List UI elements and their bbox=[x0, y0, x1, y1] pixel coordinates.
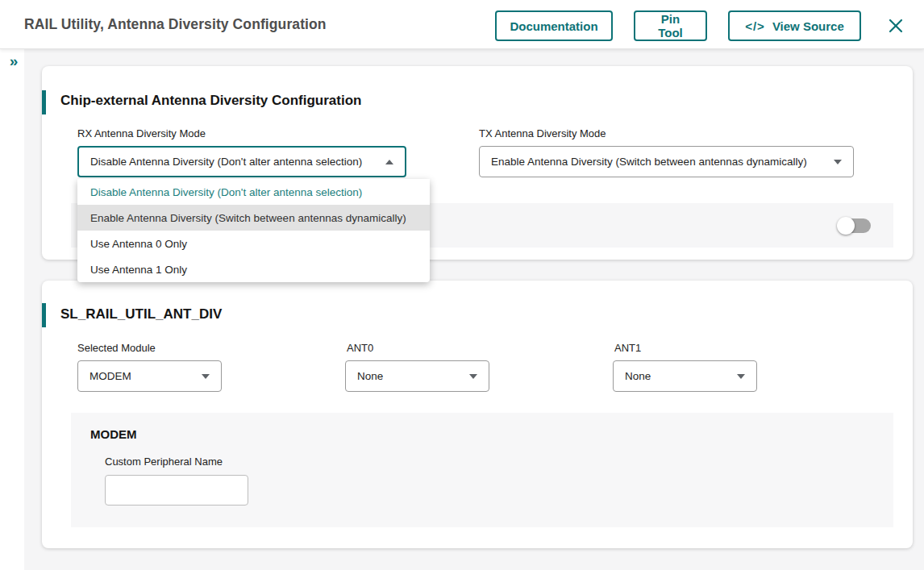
tx-antenna-diversity-mode-label: TX Antenna Diversity Mode bbox=[479, 127, 606, 139]
card-title: Chip-external Antenna Diversity Configur… bbox=[60, 93, 361, 109]
selected-module-select[interactable]: MODEM bbox=[77, 360, 222, 392]
tx-antenna-diversity-mode-select[interactable]: Enable Antenna Diversity (Switch between… bbox=[479, 146, 854, 177]
page-title: RAIL Utility, Antenna Diversity Configur… bbox=[24, 0, 327, 49]
modem-section-title: MODEM bbox=[90, 427, 137, 441]
rx-antenna-diversity-mode-label: RX Antenna Diversity Mode bbox=[77, 127, 206, 139]
ant1-value: None bbox=[625, 370, 729, 382]
custom-peripheral-name-input[interactable] bbox=[105, 475, 248, 506]
ant1-select[interactable]: None bbox=[613, 360, 757, 392]
card-title: SL_RAIL_UTIL_ANT_DIV bbox=[60, 306, 222, 322]
expand-sidebar-icon[interactable]: » bbox=[5, 52, 23, 71]
selected-module-label: Selected Module bbox=[77, 342, 156, 354]
view-source-button-label: View Source bbox=[772, 19, 844, 33]
menu-item-use-antenna-1-only[interactable]: Use Antenna 1 Only bbox=[77, 256, 430, 282]
selected-module-value: MODEM bbox=[89, 370, 194, 382]
menu-item-disable-antenna-diversity[interactable]: Disable Antenna Diversity (Don't alter a… bbox=[77, 179, 430, 205]
caret-down-icon bbox=[202, 374, 210, 379]
caret-down-icon bbox=[469, 374, 477, 379]
toggle-knob bbox=[837, 217, 855, 235]
menu-item-use-antenna-0-only[interactable]: Use Antenna 0 Only bbox=[77, 231, 430, 256]
caret-down-icon bbox=[834, 160, 842, 164]
ant1-label: ANT1 bbox=[614, 342, 641, 354]
documentation-button[interactable]: Documentation bbox=[495, 10, 613, 41]
rail-utility-config-window: » Chip-external Antenna Diversity Config… bbox=[0, 0, 924, 570]
rx-mode-dropdown-menu: Disable Antenna Diversity (Don't alter a… bbox=[77, 179, 430, 282]
custom-peripheral-name-label: Custom Peripheral Name bbox=[105, 456, 223, 468]
view-source-button[interactable]: </> View Source bbox=[728, 10, 861, 41]
sl-rail-util-ant-div-card: SL_RAIL_UTIL_ANT_DIV Selected Module MOD… bbox=[42, 281, 913, 548]
window-header: RAIL Utility, Antenna Diversity Configur… bbox=[0, 0, 924, 49]
menu-item-enable-antenna-diversity[interactable]: Enable Antenna Diversity (Switch between… bbox=[77, 205, 430, 231]
tx-select-value: Enable Antenna Diversity (Switch between… bbox=[491, 156, 826, 168]
close-button[interactable] bbox=[885, 15, 906, 36]
ant0-select[interactable]: None bbox=[345, 360, 489, 392]
pin-tool-button-label: Pin Tool bbox=[648, 12, 693, 40]
caret-down-icon bbox=[737, 374, 745, 379]
rx-select-value: Disable Antenna Diversity (Don't alter a… bbox=[90, 156, 377, 168]
card-accent-bar bbox=[42, 303, 46, 327]
ant0-label: ANT0 bbox=[347, 342, 373, 354]
code-icon: </> bbox=[745, 19, 765, 33]
antenna-diversity-toggle[interactable] bbox=[842, 218, 871, 233]
ant0-value: None bbox=[357, 370, 461, 382]
pin-tool-button[interactable]: Pin Tool bbox=[634, 10, 707, 41]
caret-up-icon bbox=[385, 160, 393, 164]
modem-section: MODEM Custom Peripheral Name bbox=[71, 413, 893, 527]
close-icon bbox=[888, 18, 904, 34]
collapsed-sidebar bbox=[0, 49, 24, 570]
card-accent-bar bbox=[42, 90, 46, 114]
rx-antenna-diversity-mode-select[interactable]: Disable Antenna Diversity (Don't alter a… bbox=[77, 146, 406, 177]
documentation-button-label: Documentation bbox=[510, 19, 597, 33]
